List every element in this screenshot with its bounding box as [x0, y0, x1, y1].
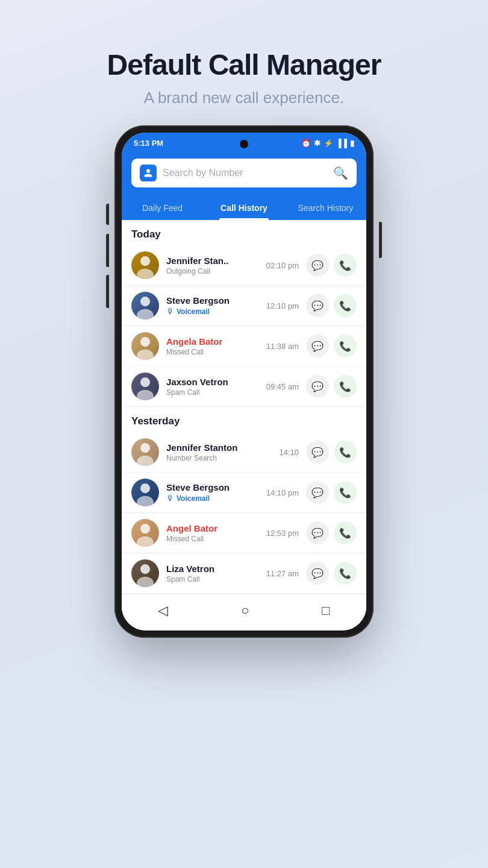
call-time: 12:53 pm — [266, 529, 299, 538]
svg-point-15 — [137, 577, 154, 587]
contact-name: Jennifer Stanton — [166, 442, 272, 453]
section-header-1: Yesterday — [122, 407, 366, 432]
call-list: Today Jennifer Stan..Outgoing Call02:10 … — [122, 220, 366, 594]
contact-sub: 🎙Voicemail — [166, 494, 259, 503]
voicemail-label: Voicemail — [177, 494, 210, 503]
phone-screen: 5:13 PM ⏰ ✱ ⚡ ▐▐ ▮ Search by Number 🔍 — [122, 133, 366, 631]
table-row[interactable]: Steve Bergson🎙Voicemail12:10 pm💬📞 — [122, 286, 366, 326]
svg-point-4 — [140, 337, 150, 347]
contact-info: Angel BatorMissed Call — [166, 523, 259, 543]
contact-info: Liza VetronSpam Call — [166, 564, 259, 583]
call-time: 09:45 am — [266, 382, 299, 391]
message-button[interactable]: 💬 — [306, 521, 329, 544]
table-row[interactable]: Liza VetronSpam Call11:27 am💬📞 — [122, 553, 366, 594]
call-time: 12:10 pm — [266, 301, 299, 310]
action-buttons: 💬📞 — [306, 335, 357, 357]
page-subtitle: A brand new call experience. — [107, 89, 381, 107]
camera-notch — [240, 140, 248, 148]
svg-point-10 — [140, 483, 150, 493]
message-button[interactable]: 💬 — [306, 481, 329, 504]
svg-point-12 — [140, 524, 150, 533]
voicemail-icon: 🎙 — [166, 494, 174, 503]
status-time: 5:13 PM — [134, 139, 163, 148]
avatar — [131, 559, 159, 587]
side-button-left-3 — [106, 275, 109, 308]
page-header: Default Call Manager A brand new call ex… — [107, 0, 381, 107]
home-button[interactable]: ○ — [241, 603, 249, 618]
tab-daily-label: Daily Feed — [142, 203, 183, 213]
table-row[interactable]: Angela BatorMissed Call11:38 am💬📞 — [122, 326, 366, 366]
call-button[interactable]: 📞 — [334, 294, 357, 317]
search-bar: Search by Number 🔍 — [122, 153, 366, 196]
table-row[interactable]: Angel BatorMissed Call12:53 pm💬📞 — [122, 513, 366, 553]
avatar — [131, 479, 159, 506]
tab-search-history[interactable]: Search History — [285, 196, 366, 220]
call-button[interactable]: 📞 — [334, 562, 357, 585]
search-placeholder: Search by Number — [163, 168, 327, 178]
call-time: 11:27 am — [266, 569, 299, 578]
contact-name: Jennifer Stan.. — [166, 256, 259, 266]
call-button[interactable]: 📞 — [334, 375, 357, 398]
tabs-bar: Daily Feed Call History Search History — [122, 196, 366, 220]
back-button[interactable]: ◁ — [158, 603, 168, 618]
call-button[interactable]: 📞 — [334, 335, 357, 357]
contact-info: Jennifer Stan..Outgoing Call — [166, 256, 259, 275]
tab-history-label: Call History — [221, 203, 267, 213]
action-buttons: 💬📞 — [306, 441, 357, 464]
message-button[interactable]: 💬 — [306, 562, 329, 585]
table-row[interactable]: Steve Bergson🎙Voicemail14:10 pm💬📞 — [122, 473, 366, 513]
alarm-icon: ⏰ — [301, 139, 311, 148]
recent-button[interactable]: □ — [322, 603, 330, 618]
table-row[interactable]: Jennifer Stan..Outgoing Call02:10 pm💬📞 — [122, 245, 366, 286]
svg-point-1 — [137, 269, 154, 279]
section-header-0: Today — [122, 220, 366, 245]
contact-sub: Missed Call — [166, 535, 259, 543]
svg-point-0 — [140, 256, 150, 266]
message-button[interactable]: 💬 — [306, 254, 329, 277]
call-time: 02:10 pm — [266, 261, 299, 270]
svg-point-7 — [137, 390, 154, 400]
contact-sub: Outgoing Call — [166, 267, 259, 275]
call-button[interactable]: 📞 — [334, 254, 357, 277]
contact-sub: Spam Call — [166, 575, 259, 583]
action-buttons: 💬📞 — [306, 562, 357, 585]
svg-point-3 — [137, 309, 154, 319]
avatar — [131, 519, 159, 547]
call-button[interactable]: 📞 — [334, 521, 357, 544]
signal-icon: ▐▐ — [336, 139, 347, 148]
call-time: 14:10 — [279, 448, 299, 457]
contact-info: Angela BatorMissed Call — [166, 336, 259, 356]
phone-frame: 5:13 PM ⏰ ✱ ⚡ ▐▐ ▮ Search by Number 🔍 — [114, 125, 374, 638]
svg-point-2 — [140, 297, 150, 306]
table-row[interactable]: Jaxson VetronSpam Call09:45 am💬📞 — [122, 366, 366, 407]
action-buttons: 💬📞 — [306, 521, 357, 544]
avatar — [131, 332, 159, 360]
contact-name: Angel Bator — [166, 523, 259, 533]
message-button[interactable]: 💬 — [306, 375, 329, 398]
call-button[interactable]: 📞 — [334, 441, 357, 464]
contact-sub: 🎙Voicemail — [166, 307, 259, 316]
status-icons: ⏰ ✱ ⚡ ▐▐ ▮ — [301, 139, 354, 148]
svg-point-6 — [140, 377, 150, 387]
voicemail-icon: 🎙 — [166, 307, 174, 316]
table-row[interactable]: Jennifer StantonNumber Search14:10💬📞 — [122, 432, 366, 473]
tab-call-history[interactable]: Call History — [203, 196, 284, 220]
svg-point-9 — [137, 456, 154, 466]
contact-info: Jennifer StantonNumber Search — [166, 442, 272, 462]
side-button-right — [379, 222, 382, 258]
avatar — [131, 373, 159, 400]
search-magnify-icon[interactable]: 🔍 — [333, 166, 348, 180]
svg-point-5 — [137, 350, 154, 360]
message-button[interactable]: 💬 — [306, 441, 329, 464]
message-button[interactable]: 💬 — [306, 294, 329, 317]
avatar — [131, 292, 159, 319]
battery-icon: ▮ — [350, 139, 354, 148]
call-time: 11:38 am — [266, 342, 299, 351]
contact-icon — [140, 165, 157, 181]
tab-daily-feed[interactable]: Daily Feed — [122, 196, 203, 220]
search-input[interactable]: Search by Number 🔍 — [131, 159, 357, 187]
side-button-left-2 — [106, 234, 109, 267]
call-button[interactable]: 📞 — [334, 481, 357, 504]
action-buttons: 💬📞 — [306, 375, 357, 398]
message-button[interactable]: 💬 — [306, 335, 329, 357]
